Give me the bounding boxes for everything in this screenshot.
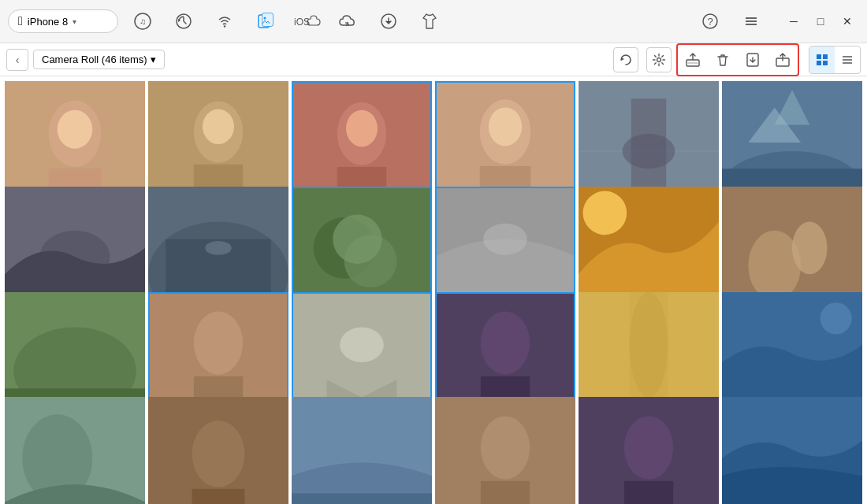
cloud-tab-btn[interactable] — [331, 5, 364, 38]
svg-point-43 — [489, 107, 522, 146]
photo-item[interactable] — [722, 397, 862, 504]
svg-rect-21 — [817, 54, 821, 59]
svg-point-61 — [333, 214, 381, 263]
help-btn[interactable]: ? — [694, 5, 727, 38]
svg-point-31 — [58, 110, 93, 149]
action-buttons-group — [676, 43, 799, 76]
svg-point-57 — [205, 241, 231, 255]
svg-rect-24 — [823, 61, 828, 65]
svg-point-4 — [224, 25, 225, 27]
svg-rect-22 — [823, 54, 828, 59]
svg-rect-97 — [624, 481, 673, 504]
svg-rect-94 — [481, 481, 530, 504]
view-toggle — [809, 46, 861, 74]
photo-item[interactable] — [579, 397, 719, 504]
ios-tab-btn[interactable]: iOS — [290, 5, 323, 38]
photo-grid: ✓✓✓✓✓✓✓ — [0, 76, 867, 504]
svg-point-88 — [192, 421, 245, 487]
svg-rect-91 — [292, 494, 432, 504]
photo-item[interactable] — [5, 397, 145, 504]
download-tab-btn[interactable] — [372, 5, 405, 38]
secondary-toolbar: ‹ Camera Roll (46 items) ▾ — [0, 43, 867, 76]
menu-btn[interactable] — [735, 5, 768, 38]
refresh-btn[interactable] — [613, 47, 638, 72]
history-tab-btn[interactable] — [167, 5, 200, 38]
svg-point-63 — [483, 223, 527, 254]
list-view-btn[interactable] — [835, 46, 860, 73]
album-label: Camera Roll (46 items) — [42, 54, 147, 65]
photos-tab-btn[interactable] — [249, 5, 282, 38]
svg-point-68 — [792, 221, 828, 274]
svg-point-76 — [340, 327, 384, 362]
svg-point-35 — [203, 109, 234, 145]
device-chevron-icon: ▾ — [73, 17, 76, 26]
svg-point-78 — [481, 311, 530, 374]
svg-rect-7 — [262, 13, 273, 26]
settings-btn[interactable] — [646, 47, 672, 72]
close-btn[interactable]: ✕ — [835, 9, 859, 33]
photo-item[interactable] — [435, 397, 575, 504]
svg-point-84 — [820, 302, 852, 334]
photo-item[interactable] — [292, 397, 432, 504]
music-tab-btn[interactable]: ♫ — [126, 5, 159, 38]
grid-view-btn[interactable] — [809, 46, 835, 73]
restore-btn[interactable]: □ — [809, 9, 832, 33]
svg-rect-23 — [817, 61, 821, 65]
album-selector[interactable]: Camera Roll (46 items) ▾ — [33, 50, 165, 69]
svg-point-96 — [624, 417, 673, 480]
shirt-tab-btn[interactable] — [413, 5, 446, 38]
device-name-label: iPhone 8 — [28, 16, 68, 28]
svg-point-17 — [657, 57, 661, 61]
delete-btn[interactable] — [709, 46, 736, 73]
export-to-pc-btn[interactable] — [679, 46, 706, 73]
svg-rect-89 — [192, 489, 245, 504]
back-btn[interactable]: ‹ — [6, 49, 28, 71]
apple-logo-icon:  — [18, 14, 23, 28]
svg-text:?: ? — [707, 16, 713, 28]
back-icon: ‹ — [16, 54, 20, 66]
share-btn[interactable] — [769, 46, 796, 73]
svg-point-73 — [194, 311, 243, 374]
svg-marker-16 — [621, 57, 624, 61]
svg-point-93 — [481, 417, 530, 480]
svg-text:♫: ♫ — [140, 17, 146, 26]
svg-point-39 — [346, 110, 378, 147]
window-controls: ─ □ ✕ — [782, 9, 859, 33]
photo-item[interactable] — [148, 397, 288, 504]
device-selector[interactable]:  iPhone 8 ▾ — [8, 9, 118, 33]
wifi-tab-btn[interactable] — [208, 5, 241, 38]
album-chevron-icon: ▾ — [151, 54, 156, 65]
minimize-btn[interactable]: ─ — [782, 9, 806, 33]
svg-point-65 — [583, 191, 627, 235]
svg-point-46 — [623, 134, 675, 169]
svg-point-8 — [264, 17, 266, 20]
add-to-device-btn[interactable] — [739, 46, 766, 73]
top-toolbar:  iPhone 8 ▾ ♫ iOS ? ─ □ ✕ — [0, 0, 867, 43]
